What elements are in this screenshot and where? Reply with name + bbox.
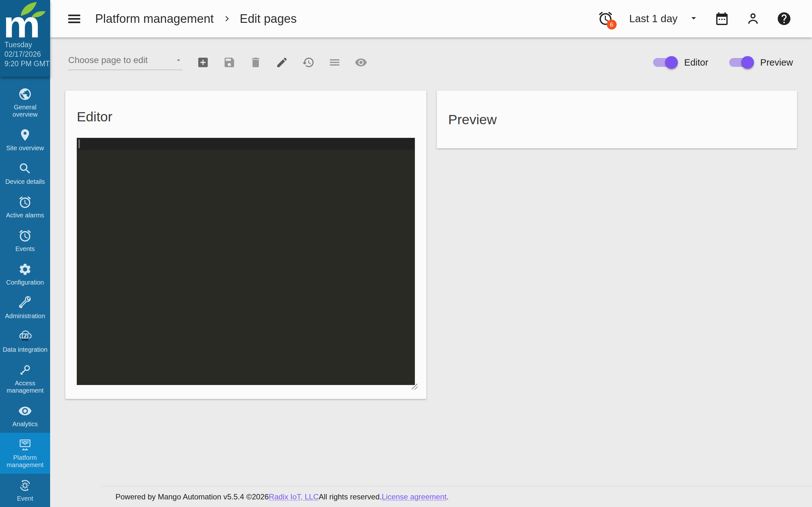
sidebar-item-label: Events	[15, 245, 35, 252]
calendar-icon	[714, 11, 729, 26]
sidebar-item-device-details[interactable]: Device details	[0, 157, 50, 190]
editor-toggle[interactable]: Editor	[653, 57, 708, 68]
sidebar-item-label: Event	[17, 495, 33, 502]
sidebar-item-general-overview[interactable]: General overview	[0, 82, 50, 123]
help-button[interactable]	[776, 10, 792, 27]
menu-list-button[interactable]	[328, 56, 341, 69]
toolbar-buttons	[196, 56, 368, 69]
menu-lines-icon	[328, 56, 341, 69]
page-select-placeholder: Choose page to edit	[68, 55, 148, 65]
sidebar-item-label: Configuration	[6, 279, 44, 286]
footer-text: .	[447, 493, 449, 501]
map-pin-icon	[18, 128, 32, 142]
view-toggles: Editor Preview	[653, 57, 799, 68]
wrench-icon	[18, 296, 32, 310]
eye-icon	[18, 404, 32, 418]
cloud-sync-icon	[18, 330, 32, 343]
sidebar-item-label: Platform management	[1, 454, 49, 469]
sidebar-item-platform-management[interactable]: Platform management	[0, 433, 50, 474]
user-account-button[interactable]	[745, 10, 761, 27]
view-page-button[interactable]	[354, 56, 368, 69]
revision-history-button[interactable]	[302, 56, 315, 69]
add-page-button[interactable]	[196, 56, 210, 69]
editor-panel-title: Editor	[77, 109, 415, 124]
save-button[interactable]	[223, 56, 236, 69]
sidebar-item-analytics[interactable]: Analytics	[0, 399, 50, 433]
sidebar-item-label: Access management	[1, 380, 49, 394]
sidebar-item-label: Data integration	[3, 346, 47, 353]
sidebar-item-event-handlers[interactable]: Event	[0, 474, 50, 507]
editor-preview-row: Editor Preview	[50, 88, 812, 399]
time-range-label[interactable]: Last 1 day	[629, 13, 677, 25]
code-editor[interactable]	[77, 138, 415, 385]
resize-handle[interactable]	[410, 383, 419, 392]
editor-panel: Editor	[65, 91, 426, 399]
footer: Powered by Mango Automation v5.5.4 ©2026…	[100, 486, 812, 507]
preview-panel-title: Preview	[448, 112, 497, 127]
sidebar-item-events[interactable]: Events	[0, 224, 50, 258]
help-icon	[776, 11, 792, 26]
header-actions: 6 Last 1 day	[598, 10, 792, 27]
person-icon	[745, 11, 761, 26]
monitor-gear-icon	[18, 438, 32, 452]
footer-text: Powered by Mango Automation v5.5.4 ©2026	[115, 493, 269, 501]
history-icon	[302, 56, 315, 69]
sidebar-item-configuration[interactable]: Configuration	[0, 258, 50, 291]
breadcrumb-edit-pages: Edit pages	[240, 12, 297, 26]
breadcrumb-platform-management[interactable]: Platform management	[95, 12, 214, 26]
menu-toggle-icon[interactable]	[68, 14, 80, 23]
edit-button[interactable]	[275, 56, 289, 69]
mango-logo[interactable]: m	[0, 0, 50, 38]
alarm-clock-icon	[18, 229, 32, 243]
sidebar-item-site-overview[interactable]: Site overview	[0, 123, 50, 157]
preview-toggle-label: Preview	[760, 57, 793, 68]
delete-button[interactable]	[249, 56, 262, 69]
radix-iot-link[interactable]: Radix IoT, LLC	[269, 493, 318, 501]
sidebar: m Tuesday 02/17/2026 9:20 PM GMT General…	[0, 0, 50, 507]
sidebar-item-label: Analytics	[12, 420, 38, 428]
chevron-down-icon[interactable]	[688, 13, 699, 25]
preview-toggle[interactable]: Preview	[729, 57, 793, 68]
sidebar-item-active-alarms[interactable]: Active alarms	[0, 190, 50, 224]
chevron-right-icon	[223, 12, 231, 26]
sidebar-item-access-management[interactable]: Access management	[0, 358, 50, 399]
toggle-switch-icon[interactable]	[729, 58, 752, 67]
date-weekday: Tuesday	[4, 40, 50, 49]
alarm-count-badge: 6	[607, 20, 617, 30]
gear-sync-icon	[18, 478, 32, 493]
page-toolbar: Choose page to edit	[50, 38, 812, 88]
sidebar-item-label: Administration	[5, 313, 45, 320]
chevron-down-icon	[175, 56, 183, 64]
top-header: Platform management Edit pages 6 Last 1 …	[50, 0, 812, 38]
date-picker-button[interactable]	[714, 10, 730, 27]
sidebar-date-block: Tuesday 02/17/2026 9:20 PM GMT	[0, 38, 50, 68]
alarm-clock-icon	[18, 195, 32, 209]
sidebar-nav: General overview Site overview Device de…	[0, 77, 50, 507]
date-value: 02/17/2026	[4, 49, 50, 59]
license-agreement-link[interactable]: License agreement	[382, 493, 446, 501]
page-select-dropdown[interactable]: Choose page to edit	[68, 55, 183, 70]
key-icon	[18, 363, 32, 377]
eye-icon	[355, 56, 367, 69]
footer-text: All rights reserved.	[319, 493, 382, 501]
globe-icon	[18, 87, 32, 101]
save-icon	[223, 56, 236, 69]
date-time: 9:20 PM GMT	[4, 59, 50, 68]
code-editor-active-line	[77, 138, 415, 150]
active-alarms-button[interactable]: 6	[598, 10, 614, 27]
sidebar-item-label: Active alarms	[6, 212, 44, 219]
leaf-icon	[12, 1, 48, 21]
sidebar-item-label: Site overview	[6, 145, 44, 152]
sidebar-item-data-integration[interactable]: Data integration	[0, 325, 50, 358]
sidebar-item-label: General overview	[1, 104, 49, 118]
sidebar-item-administration[interactable]: Administration	[0, 291, 50, 325]
search-icon	[18, 162, 32, 176]
sidebar-item-label: Device details	[5, 178, 45, 185]
editor-toggle-label: Editor	[684, 57, 708, 68]
trash-icon	[249, 56, 262, 69]
toggle-switch-icon[interactable]	[653, 58, 676, 67]
preview-panel: Preview	[437, 91, 797, 148]
breadcrumb: Platform management Edit pages	[95, 12, 297, 26]
add-box-icon	[197, 56, 209, 69]
gear-icon	[18, 262, 32, 276]
